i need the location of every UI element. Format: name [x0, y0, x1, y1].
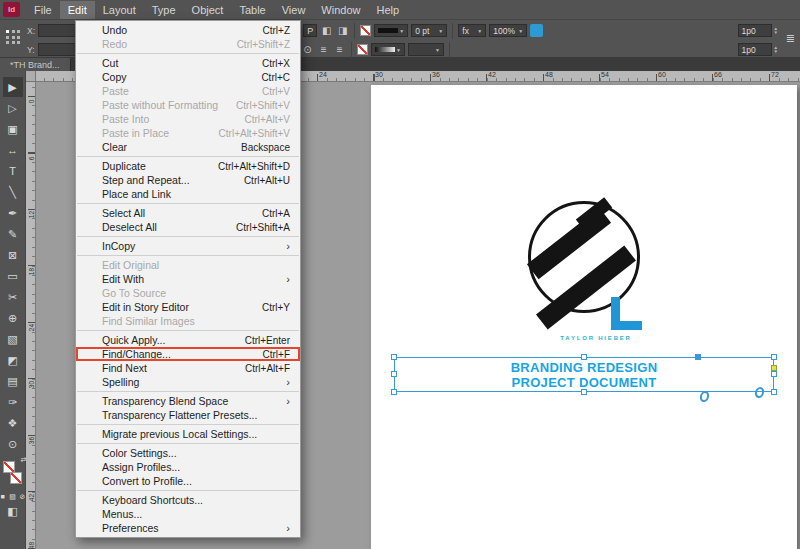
menu-item-spelling[interactable]: Spelling› — [76, 375, 300, 389]
gradient-swatch-tool[interactable]: ▧ — [3, 329, 23, 349]
gap-tool[interactable]: ↔ — [3, 140, 23, 160]
fill-color-swatch[interactable] — [360, 25, 371, 36]
apply-none-button[interactable]: ⊘ — [19, 493, 27, 501]
menu-item-paste-into[interactable]: Paste IntoCtrl+Alt+V — [76, 112, 300, 126]
menu-item-copy[interactable]: CopyCtrl+C — [76, 70, 300, 84]
menu-edit[interactable]: Edit — [60, 1, 95, 19]
selection-handle-bottom-left[interactable] — [391, 389, 397, 395]
menu-item-edit-original[interactable]: Edit Original — [76, 258, 300, 272]
menu-item-paste-in-place[interactable]: Paste in PlaceCtrl+Alt+Shift+V — [76, 126, 300, 140]
document-tab[interactable]: *TH Brand... — [0, 58, 71, 71]
menu-help[interactable]: Help — [368, 1, 407, 19]
menu-type[interactable]: Type — [144, 1, 184, 19]
gradient-style-select[interactable]: ▼ — [371, 43, 405, 56]
direct-selection-tool[interactable]: ▷ — [3, 98, 23, 118]
reference-point-proxy[interactable] — [6, 30, 21, 45]
menu-item-paste-without-formatting[interactable]: Paste without FormattingCtrl+Shift+V — [76, 98, 300, 112]
selection-handle-middle-left[interactable] — [391, 371, 397, 377]
pencil-tool[interactable]: ✎ — [3, 224, 23, 244]
text-frame[interactable] — [394, 357, 774, 392]
blue-icon-button[interactable] — [530, 24, 543, 37]
selection-tool[interactable]: ▶ — [3, 77, 23, 97]
flip-vertical-button[interactable]: ◨ — [336, 24, 349, 37]
row1-measure-input[interactable]: 1p0 — [738, 24, 772, 37]
effects-menu[interactable]: fx▼ — [458, 24, 486, 37]
row2-measure-input[interactable]: 1p0 — [738, 43, 772, 56]
row1-stepper[interactable]: ▲▼ — [774, 27, 778, 35]
selection-handle-middle-right[interactable] — [771, 371, 777, 377]
line-tool[interactable]: ╲ — [3, 182, 23, 202]
apply-gradient-button[interactable]: ▧ — [9, 493, 17, 501]
menu-item-transparency-blend-space[interactable]: Transparency Blend Space› — [76, 394, 300, 408]
menu-item-duplicate[interactable]: DuplicateCtrl+Alt+Shift+D — [76, 159, 300, 173]
menu-item-undo[interactable]: UndoCtrl+Z — [76, 23, 300, 37]
rectangle-tool[interactable]: ▭ — [3, 266, 23, 286]
stroke-color-swatch[interactable] — [357, 44, 368, 55]
menu-item-place-and-link[interactable]: Place and Link — [76, 187, 300, 201]
menu-item-redo[interactable]: RedoCtrl+Shift+Z — [76, 37, 300, 51]
menu-layout[interactable]: Layout — [95, 1, 144, 19]
menu-item-migrate-previous-local-settings[interactable]: Migrate previous Local Settings... — [76, 427, 300, 441]
menu-item-incopy[interactable]: InCopy› — [76, 239, 300, 253]
type-tool[interactable]: T — [3, 161, 23, 181]
select-content-button[interactable]: ⊙ — [301, 43, 314, 56]
selection-handle-filled[interactable] — [695, 354, 701, 360]
eyedropper-tool[interactable]: ✑ — [3, 392, 23, 412]
note-tool[interactable]: ▤ — [3, 371, 23, 391]
corner-edit-handle[interactable] — [771, 365, 777, 371]
view-mode-button[interactable]: ◧ — [3, 501, 23, 521]
menu-file[interactable]: File — [26, 1, 60, 19]
hand-tool[interactable]: ❖ — [3, 413, 23, 433]
menu-item-convert-to-profile[interactable]: Convert to Profile... — [76, 474, 300, 488]
document-page[interactable] — [371, 85, 797, 549]
menu-item-quick-apply[interactable]: Quick Apply...Ctrl+Enter — [76, 333, 300, 347]
menu-item-find-next[interactable]: Find NextCtrl+Alt+F — [76, 361, 300, 375]
menu-item-preferences[interactable]: Preferences› — [76, 521, 300, 535]
y-position-input[interactable] — [38, 43, 80, 56]
menu-item-go-to-source[interactable]: Go To Source — [76, 286, 300, 300]
zoom-tool[interactable]: ⊙ — [3, 434, 23, 454]
menu-window[interactable]: Window — [313, 1, 368, 19]
menu-item-find-similar-images[interactable]: Find Similar Images — [76, 314, 300, 328]
menu-item-assign-profiles[interactable]: Assign Profiles... — [76, 460, 300, 474]
align-left-button[interactable]: ≡ — [317, 43, 330, 56]
menu-item-menus[interactable]: Menus... — [76, 507, 300, 521]
menu-item-edit-with[interactable]: Edit With› — [76, 272, 300, 286]
stroke-type-select[interactable]: ▼ — [408, 43, 444, 56]
vertical-ruler[interactable]: 0 6 12 18 24 30 36 42 48 — [26, 82, 36, 549]
step-down-icon[interactable]: ▼ — [774, 50, 778, 54]
step-down-icon[interactable]: ▼ — [774, 31, 778, 35]
x-position-input[interactable] — [38, 24, 80, 37]
stroke-style-select[interactable]: ▼ — [374, 24, 408, 37]
align-center-button[interactable]: ≡ — [333, 43, 346, 56]
rectangle-frame-tool[interactable]: ⊠ — [3, 245, 23, 265]
apply-color-button[interactable]: ■ — [0, 493, 7, 501]
menu-item-edit-in-story-editor[interactable]: Edit in Story EditorCtrl+Y — [76, 300, 300, 314]
panel-menu-icon[interactable]: ≣ — [786, 32, 795, 45]
menu-item-deselect-all[interactable]: Deselect AllCtrl+Shift+A — [76, 220, 300, 234]
scissors-tool[interactable]: ✂ — [3, 287, 23, 307]
pen-tool[interactable]: ✒ — [3, 203, 23, 223]
menu-item-color-settings[interactable]: Color Settings... — [76, 446, 300, 460]
menu-item-select-all[interactable]: Select AllCtrl+A — [76, 206, 300, 220]
free-transform-tool[interactable]: ⊕ — [3, 308, 23, 328]
swap-fill-stroke-icon[interactable]: ⇄ — [21, 456, 27, 464]
selection-handle-top-right[interactable] — [771, 354, 777, 360]
menu-item-transparency-flattener-presets[interactable]: Transparency Flattener Presets... — [76, 408, 300, 422]
menu-table[interactable]: Table — [231, 1, 273, 19]
flip-horizontal-button[interactable]: ◧ — [320, 24, 333, 37]
menu-item-find-change[interactable]: Find/Change...Ctrl+F — [76, 347, 300, 361]
page-tool[interactable]: ▣ — [3, 119, 23, 139]
menu-item-keyboard-shortcuts[interactable]: Keyboard Shortcuts... — [76, 493, 300, 507]
menu-item-step-and-repeat[interactable]: Step and Repeat...Ctrl+Alt+U — [76, 173, 300, 187]
selection-handle-bottom-center[interactable] — [581, 389, 587, 395]
menu-item-paste[interactable]: PasteCtrl+V — [76, 84, 300, 98]
gradient-feather-tool[interactable]: ◩ — [3, 350, 23, 370]
selection-handle-top-left[interactable] — [391, 354, 397, 360]
stroke-weight-select[interactable]: 0 pt▼ — [411, 24, 447, 37]
menu-object[interactable]: Object — [184, 1, 232, 19]
ruler-origin-corner[interactable] — [26, 71, 36, 82]
menu-item-clear[interactable]: ClearBackspace — [76, 140, 300, 154]
selection-handle-top-center[interactable] — [581, 354, 587, 360]
selection-handle-bottom-right[interactable] — [771, 389, 777, 395]
